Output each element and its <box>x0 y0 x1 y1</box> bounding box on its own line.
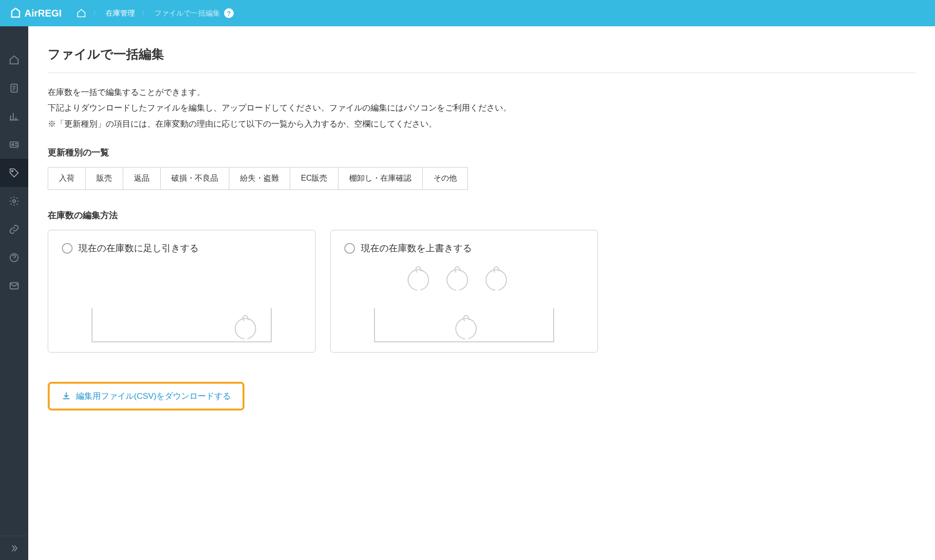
option-overwrite[interactable]: 現在の在庫数を上書きする <box>330 230 598 353</box>
download-csv-button[interactable]: 編集用ファイル(CSV)をダウンロードする <box>61 391 231 402</box>
breadcrumb: 〉 在庫管理 〉 ファイルで一括編集 ? <box>76 8 234 18</box>
svg-point-2 <box>12 144 14 146</box>
update-types-table: 入荷 販売 返品 破損・不良品 紛失・盗難 EC販売 棚卸し・在庫確認 その他 <box>48 167 468 190</box>
sidebar-item-documents[interactable] <box>0 74 28 102</box>
option-label: 現在の在庫数に足し引きする <box>78 242 199 255</box>
document-icon <box>9 83 19 93</box>
sidebar <box>0 26 28 560</box>
type-cell: その他 <box>423 168 468 189</box>
sidebar-item-tag[interactable] <box>0 159 28 187</box>
question-icon <box>9 252 19 263</box>
type-cell: 販売 <box>86 168 123 189</box>
breadcrumb-home[interactable] <box>76 8 86 18</box>
type-cell: 入荷 <box>48 168 86 189</box>
update-types-heading: 更新種別の一覧 <box>48 147 916 158</box>
home-icon <box>76 8 86 18</box>
sidebar-item-settings[interactable] <box>0 187 28 215</box>
apple-icon <box>235 318 256 339</box>
option-add-subtract[interactable]: 現在の在庫数に足し引きする <box>48 230 316 353</box>
chevron-right-double-icon <box>9 543 19 553</box>
sidebar-item-home[interactable] <box>0 46 28 74</box>
desc-line-3: ※「更新種別」の項目には、在庫変動の理由に応じて以下の一覧から入力するか、空欄に… <box>48 116 916 132</box>
illustration-add <box>62 269 301 342</box>
tag-icon <box>9 168 19 178</box>
desc-line-2: 下記よりダウンロードしたファイルを編集し、アップロードしてください。ファイルの編… <box>48 100 916 116</box>
main-content: ファイルで一括編集 在庫数を一括で編集することができます。 下記よりダウンロード… <box>28 26 935 560</box>
radio-icon[interactable] <box>344 243 355 254</box>
download-label: 編集用ファイル(CSV)をダウンロードする <box>76 391 231 402</box>
sidebar-expand[interactable] <box>0 536 28 560</box>
sidebar-item-link[interactable] <box>0 215 28 243</box>
apple-icon <box>486 269 507 291</box>
page-description: 在庫数を一括で編集することができます。 下記よりダウンロードしたファイルを編集し… <box>48 85 916 132</box>
type-cell: 返品 <box>123 168 161 189</box>
sidebar-item-analytics[interactable] <box>0 102 28 131</box>
page-title: ファイルで一括編集 <box>48 46 916 73</box>
download-highlight: 編集用ファイル(CSV)をダウンロードする <box>48 382 244 411</box>
edit-method-options: 現在の在庫数に足し引きする 現在の在庫数を上書きする <box>48 230 916 353</box>
breadcrumb-current-label: ファイルで一括編集 <box>154 9 220 18</box>
breadcrumb-inventory[interactable]: 在庫管理 <box>106 9 135 18</box>
sidebar-item-help[interactable] <box>0 243 28 272</box>
brand-name: AirREGI <box>24 8 62 19</box>
apple-icon <box>447 269 468 291</box>
logo-icon <box>10 7 21 19</box>
header: AirREGI 〉 在庫管理 〉 ファイルで一括編集 ? <box>0 0 935 26</box>
type-cell: 棚卸し・在庫確認 <box>338 168 423 189</box>
radio-icon[interactable] <box>62 243 73 254</box>
help-icon[interactable]: ? <box>224 8 234 18</box>
svg-point-3 <box>12 170 13 172</box>
chevron-right-icon: 〉 <box>142 9 148 18</box>
sidebar-item-mail[interactable] <box>0 272 28 300</box>
home-icon <box>9 55 19 65</box>
type-cell: 破損・不良品 <box>161 168 229 189</box>
type-cell: EC販売 <box>290 168 338 189</box>
sidebar-item-card[interactable] <box>0 131 28 159</box>
chart-icon <box>9 111 19 122</box>
download-icon <box>61 391 71 401</box>
breadcrumb-current: ファイルで一括編集 ? <box>154 8 234 18</box>
apple-icon <box>408 269 429 291</box>
link-icon <box>9 224 19 235</box>
card-icon <box>9 139 19 150</box>
edit-method-heading: 在庫数の編集方法 <box>48 209 916 221</box>
desc-line-1: 在庫数を一括で編集することができます。 <box>48 85 916 100</box>
svg-rect-1 <box>10 142 19 148</box>
mail-icon <box>9 280 19 291</box>
type-cell: 紛失・盗難 <box>229 168 290 189</box>
brand-logo[interactable]: AirREGI <box>10 7 62 19</box>
svg-point-4 <box>13 200 16 203</box>
gear-icon <box>9 196 19 206</box>
illustration-overwrite <box>344 269 584 342</box>
chevron-right-icon: 〉 <box>93 9 99 18</box>
apple-icon <box>455 318 477 339</box>
option-label: 現在の在庫数を上書きする <box>361 242 472 255</box>
